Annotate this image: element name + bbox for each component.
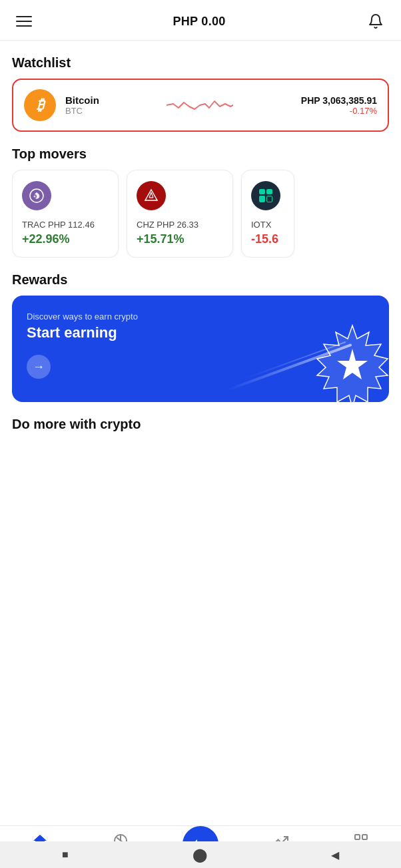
iotx-card[interactable]: IOTX -15.6 (241, 170, 294, 258)
trac-icon (22, 181, 51, 210)
coin-price-area: PHP 3,063,385.91 -0.17% (301, 95, 377, 116)
rewards-badge (309, 322, 389, 402)
trac-card[interactable]: TRAC PHP 112.46 +22.96% (12, 170, 119, 258)
coin-change: -0.17% (301, 106, 377, 116)
watchlist-title: Watchlist (12, 55, 389, 71)
header: PHP 0.00 (0, 0, 401, 41)
movers-row: TRAC PHP 112.46 +22.96% CHZ PHP 26.33 +1… (12, 170, 389, 258)
iotx-change: -15.6 (251, 232, 284, 246)
rewards-title: Rewards (12, 272, 389, 288)
coin-name: Bitcoin (65, 95, 99, 106)
rewards-subtitle: Discover ways to earn crypto (27, 312, 374, 322)
svg-marker-3 (145, 190, 157, 200)
coin-ticker: BTC (65, 106, 99, 116)
iotx-label: IOTX (251, 220, 284, 230)
rewards-card[interactable]: Discover ways to earn crypto Start earni… (12, 296, 389, 402)
svg-rect-10 (355, 835, 360, 839)
svg-rect-11 (362, 835, 367, 839)
coin-price: PHP 3,063,385.91 (301, 95, 377, 106)
android-square-btn[interactable]: ■ (62, 849, 69, 861)
android-navigation: ■ ⬤ ◀ (0, 841, 401, 868)
sparkline-chart (109, 93, 292, 117)
android-back-btn[interactable]: ◀ (331, 849, 339, 861)
chz-icon (137, 181, 166, 210)
notifications-button[interactable] (366, 12, 385, 31)
do-more-title: Do more with crypto (12, 417, 389, 432)
arrow-icon: → (33, 360, 45, 374)
android-circle-btn[interactable]: ⬤ (193, 847, 207, 863)
chz-change: +15.71% (137, 232, 223, 246)
menu-button[interactable] (16, 16, 32, 27)
iotx-icon (251, 181, 280, 210)
svg-point-2 (34, 196, 36, 198)
bitcoin-watchlist-card[interactable]: ₿ Bitcoin BTC PHP 3,063,385.91 -0.17% (12, 79, 389, 132)
chz-card[interactable]: CHZ PHP 26.33 +15.71% (127, 170, 233, 258)
trac-label: TRAC PHP 112.46 (22, 220, 109, 230)
rewards-arrow-button[interactable]: → (27, 355, 51, 379)
balance-display: PHP 0.00 (173, 15, 225, 29)
top-movers-title: Top movers (12, 146, 389, 162)
main-content: Watchlist ₿ Bitcoin BTC PHP 3,063,385.91… (0, 55, 401, 533)
chz-label: CHZ PHP 26.33 (137, 220, 223, 230)
bitcoin-symbol: ₿ (37, 97, 44, 114)
coin-info: Bitcoin BTC (65, 95, 99, 116)
trac-change: +22.96% (22, 232, 109, 246)
bitcoin-logo: ₿ (24, 89, 56, 121)
